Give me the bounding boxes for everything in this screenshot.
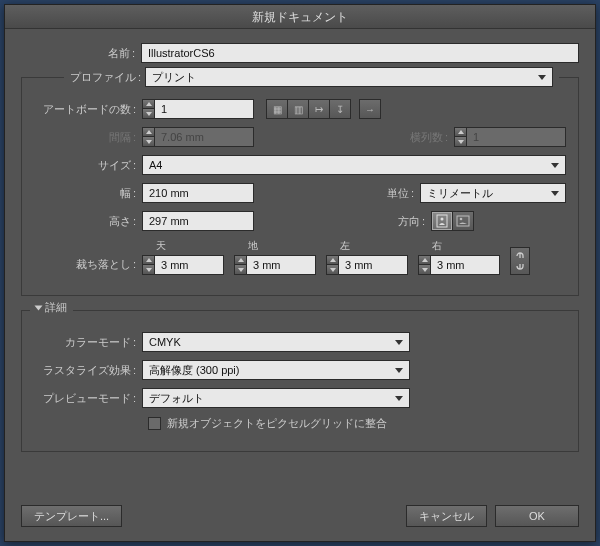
orientation-label: 方向 — [381, 214, 431, 229]
raster-label: ラスタライズ効果 — [34, 363, 142, 378]
preview-select[interactable]: デフォルト — [142, 388, 410, 408]
row-icon[interactable]: ↦ — [308, 99, 330, 119]
profile-value: プリント — [152, 70, 196, 85]
advanced-label: 詳細 — [45, 300, 67, 315]
chevron-down-icon — [551, 191, 559, 196]
preview-value: デフォルト — [149, 391, 204, 406]
bleed-left-label: 左 — [326, 239, 408, 253]
orientation-group — [431, 211, 474, 231]
spacing-stepper — [142, 127, 254, 147]
height-label: 高さ — [34, 214, 142, 229]
size-select[interactable]: A4 — [142, 155, 566, 175]
svg-point-3 — [460, 218, 463, 221]
name-input[interactable] — [141, 43, 579, 63]
landscape-icon[interactable] — [452, 211, 474, 231]
bleed-right-label: 右 — [418, 239, 500, 253]
bleed-bottom-stepper[interactable] — [234, 255, 316, 275]
width-input[interactable] — [142, 183, 254, 203]
size-label: サイズ — [34, 158, 142, 173]
columns-label: 横列数 — [394, 130, 454, 145]
bleed-top-label: 天 — [142, 239, 224, 253]
chevron-down-icon — [395, 340, 403, 345]
portrait-icon[interactable] — [431, 211, 453, 231]
cancel-button[interactable]: キャンセル — [406, 505, 487, 527]
profile-label: プロファイル — [70, 70, 141, 85]
bleed-label: 裁ち落とし — [34, 257, 142, 275]
disclosure-triangle-icon — [35, 305, 43, 310]
bleed-link-icon[interactable] — [510, 247, 530, 275]
colormode-value: CMYK — [149, 336, 181, 348]
template-button[interactable]: テンプレート... — [21, 505, 122, 527]
raster-value: 高解像度 (300 ppi) — [149, 363, 239, 378]
advanced-toggle[interactable]: 詳細 — [30, 300, 73, 315]
bleed-left-input[interactable] — [338, 255, 408, 275]
size-value: A4 — [149, 159, 162, 171]
advanced-group: 詳細 カラーモード CMYK ラスタライズ効果 高解像度 (300 ppi) プ… — [21, 310, 579, 452]
preview-label: プレビューモード — [34, 391, 142, 406]
svg-rect-2 — [457, 216, 469, 226]
colormode-select[interactable]: CMYK — [142, 332, 410, 352]
columns-input — [466, 127, 566, 147]
artboards-label: アートボードの数 — [34, 102, 142, 117]
raster-select[interactable]: 高解像度 (300 ppi) — [142, 360, 410, 380]
col-icon[interactable]: ↧ — [329, 99, 351, 119]
grid-by-row-icon[interactable]: ▦ — [266, 99, 288, 119]
bleed-bottom-label: 地 — [234, 239, 316, 253]
spacing-label: 間隔 — [34, 130, 142, 145]
bleed-right-input[interactable] — [430, 255, 500, 275]
chevron-down-icon — [538, 75, 546, 80]
artboard-arrangement-group: ▦ ▥ ↦ ↧ — [266, 99, 351, 119]
height-input[interactable] — [142, 211, 254, 231]
spacing-input — [154, 127, 254, 147]
artboards-stepper[interactable] — [142, 99, 254, 119]
grid-by-col-icon[interactable]: ▥ — [287, 99, 309, 119]
pixelgrid-label: 新規オブジェクトをピクセルグリッドに整合 — [167, 416, 387, 431]
bleed-bottom-input[interactable] — [246, 255, 316, 275]
chevron-down-icon — [395, 396, 403, 401]
width-label: 幅 — [34, 186, 142, 201]
profile-select[interactable]: プリント — [145, 67, 553, 87]
chevron-down-icon — [395, 368, 403, 373]
direction-rtl-icon[interactable]: → — [359, 99, 381, 119]
svg-rect-0 — [437, 215, 447, 227]
chevron-down-icon — [551, 163, 559, 168]
bleed-top-input[interactable] — [154, 255, 224, 275]
colormode-label: カラーモード — [34, 335, 142, 350]
dialog-title: 新規ドキュメント — [5, 5, 595, 29]
pixelgrid-checkbox[interactable] — [148, 417, 161, 430]
artboards-input[interactable] — [154, 99, 254, 119]
profile-group: プロファイル プリント アートボードの数 ▦ ▥ ↦ ↧ — [21, 77, 579, 296]
units-select[interactable]: ミリメートル — [420, 183, 566, 203]
bleed-right-stepper[interactable] — [418, 255, 500, 275]
units-label: 単位 — [370, 186, 420, 201]
new-document-dialog: 新規ドキュメント 名前 プロファイル プリント アートボードの数 — [4, 4, 596, 542]
name-label: 名前 — [21, 46, 141, 61]
ok-button[interactable]: OK — [495, 505, 579, 527]
columns-stepper — [454, 127, 566, 147]
units-value: ミリメートル — [427, 186, 493, 201]
svg-point-1 — [441, 218, 444, 221]
bleed-left-stepper[interactable] — [326, 255, 408, 275]
bleed-top-stepper[interactable] — [142, 255, 224, 275]
